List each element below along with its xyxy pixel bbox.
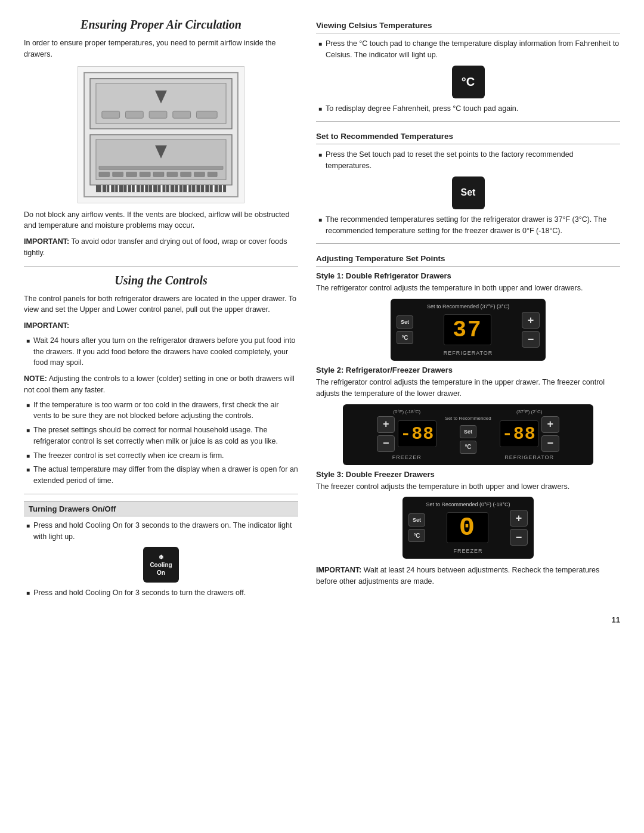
list-item-text: The preset settings should be correct fo… <box>33 425 298 447</box>
snowflake-icon: ❄ <box>159 553 163 561</box>
style2-ref-minus-btn[interactable]: − <box>541 435 559 452</box>
on-label: On <box>157 569 165 577</box>
note-label: NOTE: <box>24 374 47 383</box>
page-layout: Ensuring Proper Air Circulation In order… <box>24 18 620 603</box>
svg-rect-17 <box>153 172 164 176</box>
footer-important: IMPORTANT: Wait at least 24 hours betwee… <box>316 565 620 587</box>
style2-ref-plus-btn[interactable]: + <box>541 416 559 433</box>
cooling-on-button[interactable]: ❄ Cooling On <box>143 547 179 583</box>
style2-freezer-display: -88 <box>398 420 436 447</box>
section2-intro: The control panels for both refrigerator… <box>24 293 298 316</box>
list-item-text: Press the Set touch pad to reset the set… <box>326 149 620 172</box>
list-item: The actual temperature may differ from t… <box>24 464 298 487</box>
turning-bullet-list-2: Press and hold Cooling On for 3 seconds … <box>24 587 298 599</box>
style1-plus-btn[interactable]: + <box>522 312 540 329</box>
style2-freezer-plusminus-left: + − <box>377 416 395 452</box>
important-header-label: IMPORTANT: <box>24 321 69 330</box>
style2-body: The refrigerator control adjusts the tem… <box>316 377 620 400</box>
adj-header: Adjusting Temperature Set Points <box>316 251 620 267</box>
list-item: Press and hold Cooling On for 3 seconds … <box>24 587 298 599</box>
viewing-header: Viewing Celsius Temperatures <box>316 18 620 33</box>
style3-display: 0 <box>447 512 488 543</box>
style1-set-btn[interactable]: Set <box>397 315 413 329</box>
svg-rect-20 <box>194 172 205 176</box>
svg-rect-19 <box>181 172 191 176</box>
divider4 <box>316 243 620 244</box>
set-bullets-2: The recommended temperatures setting for… <box>316 214 620 237</box>
divider3 <box>316 121 620 122</box>
style3-panel-row: Set °C 0 + − <box>408 510 528 546</box>
style1-panel: Set to Recommended (37°F) (3°C) Set °C 3… <box>391 299 546 361</box>
style2-header: Style 2: Refrigerator/Freezer Drawers <box>316 366 620 374</box>
style3-set-col: Set °C <box>408 513 425 542</box>
style1-set-col: Set °C <box>397 315 413 344</box>
svg-rect-7 <box>173 111 191 118</box>
svg-rect-8 <box>196 111 217 118</box>
list-item: Press the °C touch pad to change the tem… <box>316 38 620 61</box>
list-item: To redisplay degree Fahrenheit, press °C… <box>316 103 620 114</box>
style1-minus-btn[interactable]: − <box>522 331 540 348</box>
svg-rect-16 <box>140 172 150 176</box>
set-button[interactable]: Set <box>452 176 485 209</box>
section1-title: Ensuring Proper Air Circulation <box>24 18 298 32</box>
bullet-list-2: If the temperature is too warm or too co… <box>24 400 298 487</box>
style3-set-btn[interactable]: Set <box>408 513 425 527</box>
style2-ref-top-label: (37°F) (2°C) <box>516 409 542 414</box>
svg-rect-15 <box>126 172 137 176</box>
style1-header: Style 1: Double Refrigerator Drawers <box>316 271 620 280</box>
style1-display: 37 <box>444 314 491 345</box>
style1-plus-minus-col: + − <box>522 312 540 348</box>
list-item: Press and hold Cooling On for 3 seconds … <box>24 520 298 543</box>
style2-freezer-section: (0°F) (-18°C) + − -88 Freezer <box>377 409 436 460</box>
svg-rect-14 <box>113 172 123 176</box>
left-column: Ensuring Proper Air Circulation In order… <box>24 18 298 603</box>
list-item-text: Press the °C touch pad to change the tem… <box>326 38 620 61</box>
style3-bottom-label: Freezer <box>408 548 528 554</box>
style2-ref-display: -88 <box>500 420 538 447</box>
section1-intro: In order to ensure proper temperatures, … <box>24 38 298 60</box>
style2-freezer-plus-btn[interactable]: + <box>377 416 395 433</box>
svg-rect-13 <box>99 172 110 176</box>
style2-ref-label: Refrigerator <box>504 454 554 460</box>
style2-set-btn[interactable]: Set <box>460 425 476 438</box>
style3-header: Style 3: Double Freezer Drawers <box>316 470 620 479</box>
style1-panel-top-label: Set to Recommended (37°F) (3°C) <box>397 304 540 309</box>
style2-panel: (0°F) (-18°C) + − -88 Freezer Set to Rec… <box>343 404 593 465</box>
important-header: IMPORTANT: <box>24 320 298 332</box>
style3-minus-btn[interactable]: − <box>510 529 528 546</box>
svg-rect-18 <box>167 172 178 176</box>
list-item-text: The actual temperature may differ from t… <box>33 464 298 487</box>
style2-freezer-top-label: (0°F) (-18°C) <box>393 409 420 414</box>
list-item-text: If the temperature is too warm or too co… <box>33 400 298 422</box>
style2-freezer-label: Freezer <box>392 454 422 460</box>
set-label: Set <box>461 187 476 198</box>
viewing-bullets: Press the °C touch pad to change the tem… <box>316 38 620 61</box>
list-item-text: Press and hold Cooling On for 3 seconds … <box>33 587 246 599</box>
set-bullets: Press the Set touch pad to reset the set… <box>316 149 620 172</box>
celsius-symbol: °C <box>462 75 475 89</box>
svg-rect-4 <box>102 111 120 118</box>
style1-celsius-btn[interactable]: °C <box>397 331 413 344</box>
note-text: NOTE: Adjusting the controls to a lower … <box>24 373 298 396</box>
style3-celsius-btn[interactable]: °C <box>408 529 425 542</box>
style2-celsius-btn[interactable]: °C <box>460 441 476 454</box>
list-item: If the temperature is too warm or too co… <box>24 400 298 422</box>
list-item: The preset settings should be correct fo… <box>24 425 298 447</box>
list-item: The freezer control is set correctly whe… <box>24 450 298 462</box>
svg-rect-6 <box>149 111 167 118</box>
svg-rect-5 <box>126 111 144 118</box>
style2-freezer-minus-btn[interactable]: − <box>377 435 395 452</box>
right-column: Viewing Celsius Temperatures Press the °… <box>316 18 620 603</box>
list-item-text: To redisplay degree Fahrenheit, press °C… <box>326 103 518 114</box>
divider1 <box>24 266 298 267</box>
style3-plus-btn[interactable]: + <box>510 510 528 527</box>
style1-body: The refrigerator control adjusts the tem… <box>316 283 620 294</box>
divider2 <box>24 494 298 494</box>
style3-panel-top-label: Set to Recommended (0°F) (-18°C) <box>408 501 528 507</box>
note-body: Adjusting the controls to a lower (colde… <box>24 374 295 394</box>
celsius-button[interactable]: °C <box>452 66 485 98</box>
important-bullet-list: Wait 24 hours after you turn on the refr… <box>24 335 298 368</box>
style3-plus-minus-col: + − <box>510 510 528 546</box>
cooling-label: Cooling <box>150 561 172 569</box>
svg-rect-12 <box>99 166 223 169</box>
